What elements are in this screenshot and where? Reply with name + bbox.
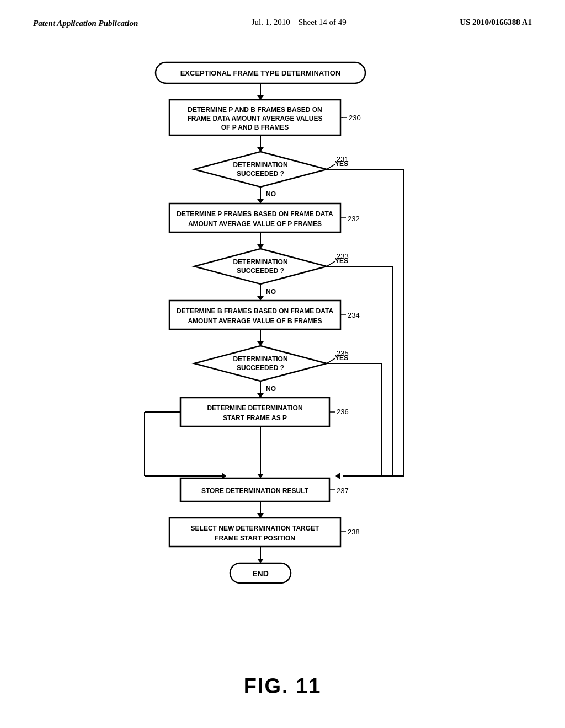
n236-line2: START FRAME AS P [223,414,287,422]
n238-line1: SELECT NEW DETERMINATION TARGET [191,524,320,532]
n234-label: 234 [348,311,360,319]
svg-marker-8 [194,152,327,187]
svg-line-32 [327,358,335,363]
header-date: Jul. 1, 2010 [252,18,290,26]
n230-label: 230 [349,114,361,122]
svg-marker-13 [335,473,340,479]
n232-label: 232 [348,215,360,223]
svg-rect-16 [169,204,340,232]
end-text: END [252,569,269,578]
n230-line1: DETERMINE P AND B FRAMES BASED ON [188,106,322,114]
flowchart-svg: EXCEPTIONAL FRAME TYPE DETERMINATION DET… [89,57,476,652]
svg-line-9 [327,164,335,169]
n237-text: STORE DETERMINATION RESULT [201,487,309,495]
header-date-sheet: Jul. 1, 2010 Sheet 14 of 49 [252,18,347,27]
n237-label: 237 [337,486,349,495]
n230-line2: FRAME DATA AMOUNT AVERAGE VALUES [187,115,322,122]
n236-label: 236 [337,408,349,416]
header-publication: Patent Application Publication [33,18,138,29]
no-233: NO [266,288,276,296]
header-patent: US 2010/0166388 A1 [460,18,532,27]
n232-line2: AMOUNT AVERAGE VALUE OF P FRAMES [188,220,322,228]
n233-text: DETERMINATION [233,258,287,266]
diagram-area: EXCEPTIONAL FRAME TYPE DETERMINATION DET… [0,51,565,698]
svg-rect-27 [169,301,340,329]
n238-line2: FRAME START POSITION [215,534,295,542]
svg-marker-31 [194,346,327,381]
svg-rect-51 [169,518,340,547]
n234-line1: DETERMINE B FRAMES BASED ON FRAME DATA [177,307,334,315]
svg-line-21 [327,261,335,266]
n231-text: DETERMINATION [233,161,287,169]
title-text: EXCEPTIONAL FRAME TYPE DETERMINATION [180,69,341,77]
n235-text: DETERMINATION [233,355,287,363]
n230-line3: OF P AND B FRAMES [221,124,289,131]
n234-line2: AMOUNT AVERAGE VALUE OF B FRAMES [188,317,322,325]
yes-231: YES [335,160,348,168]
figure-caption: FIG. 11 [244,675,322,698]
no-231: NO [266,190,276,198]
yes-233: YES [335,257,348,265]
yes-235: YES [335,354,348,362]
header-sheet: Sheet 14 of 49 [299,18,347,26]
svg-rect-38 [180,398,329,426]
n231-text2: SUCCEEDED ? [237,170,284,178]
n236-line1: DETERMINE DETERMINATION [207,404,302,412]
n238-label: 238 [348,528,360,536]
n233-text2: SUCCEEDED ? [237,267,284,275]
no-235: NO [266,385,276,393]
n235-text2: SUCCEEDED ? [237,364,284,372]
n232-line1: DETERMINE P FRAMES BASED ON FRAME DATA [177,210,333,218]
svg-marker-20 [194,249,327,284]
page-header: Patent Application Publication Jul. 1, 2… [0,0,565,29]
